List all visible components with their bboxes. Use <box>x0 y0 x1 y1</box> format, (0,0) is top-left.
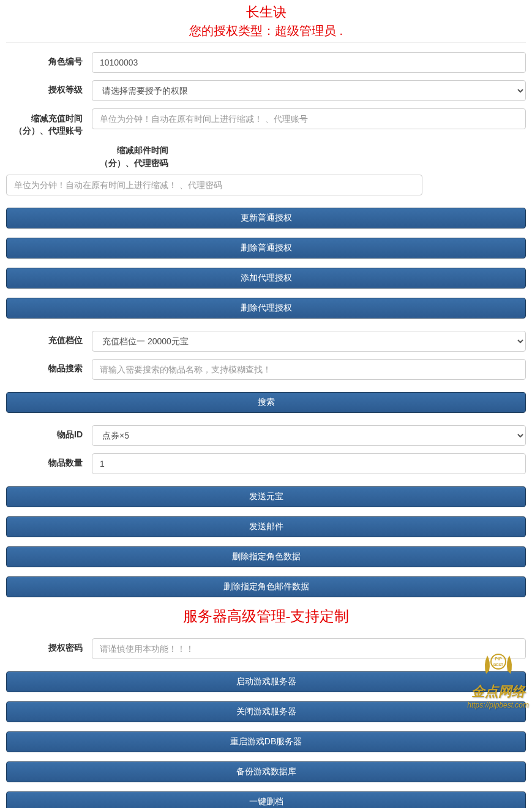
auth-level-select[interactable]: 请选择需要授予的权限 <box>92 80 526 101</box>
role-id-row: 角色编号 <box>6 52 526 73</box>
recharge-tier-row: 充值档位 充值档位一 20000元宝 <box>6 331 526 352</box>
send-mail-button[interactable]: 发送邮件 <box>6 516 526 537</box>
page-title: 长生诀 <box>6 3 526 21</box>
delete-agent-auth-button[interactable]: 删除代理授权 <box>6 298 526 319</box>
reduce-recharge-input[interactable] <box>92 108 526 129</box>
search-button[interactable]: 搜索 <box>6 392 526 413</box>
item-qty-label: 物品数量 <box>6 453 92 469</box>
auth-password-row: 授权密码 <box>6 638 526 659</box>
item-id-label: 物品ID <box>6 425 92 440</box>
auth-level-label: 授权等级 <box>6 80 92 96</box>
delete-role-data-button[interactable]: 删除指定角色数据 <box>6 546 526 567</box>
reduce-recharge-row: 缩减充值时间（分）、代理账号 <box>6 108 526 137</box>
recharge-tier-select[interactable]: 充值档位一 20000元宝 <box>92 331 526 352</box>
reduce-mail-label: 缩减邮件时间（分）、代理密码 <box>92 144 178 170</box>
restart-db-button[interactable]: 重启游戏DB服务器 <box>6 731 526 752</box>
item-id-row: 物品ID 点券×5 <box>6 425 526 446</box>
item-qty-row: 物品数量 <box>6 453 526 474</box>
item-qty-input[interactable] <box>92 453 526 474</box>
page-subtitle: 您的授权类型：超级管理员 . <box>6 23 526 39</box>
item-id-select[interactable]: 点券×5 <box>92 425 526 446</box>
reduce-mail-input[interactable] <box>6 175 422 195</box>
stop-server-button[interactable]: 关闭游戏服务器 <box>6 701 526 722</box>
delete-normal-auth-button[interactable]: 删除普通授权 <box>6 238 526 259</box>
role-id-label: 角色编号 <box>6 52 92 67</box>
server-management-title: 服务器高级管理-支持定制 <box>6 606 526 626</box>
auth-level-row: 授权等级 请选择需要授予的权限 <box>6 80 526 101</box>
delete-role-mail-button[interactable]: 删除指定角色邮件数据 <box>6 576 526 597</box>
role-id-input[interactable] <box>92 52 526 73</box>
update-normal-auth-button[interactable]: 更新普通授权 <box>6 208 526 228</box>
svg-text:BEST: BEST <box>493 663 503 666</box>
start-server-button[interactable]: 启动游戏服务器 <box>6 671 526 692</box>
recharge-tier-label: 充值档位 <box>6 331 92 346</box>
wipe-button[interactable]: 一键删档 <box>6 791 526 808</box>
add-agent-auth-button[interactable]: 添加代理授权 <box>6 268 526 289</box>
header-area: 长生诀 您的授权类型：超级管理员 . <box>6 0 526 43</box>
item-search-input[interactable] <box>92 359 526 380</box>
item-search-label: 物品搜索 <box>6 359 92 374</box>
item-search-row: 物品搜索 <box>6 359 526 380</box>
auth-password-input[interactable] <box>92 638 526 659</box>
send-yuanbao-button[interactable]: 发送元宝 <box>6 486 526 507</box>
backup-db-button[interactable]: 备份游戏数据库 <box>6 761 526 782</box>
reduce-recharge-label: 缩减充值时间（分）、代理账号 <box>6 108 92 137</box>
auth-password-label: 授权密码 <box>6 638 92 654</box>
